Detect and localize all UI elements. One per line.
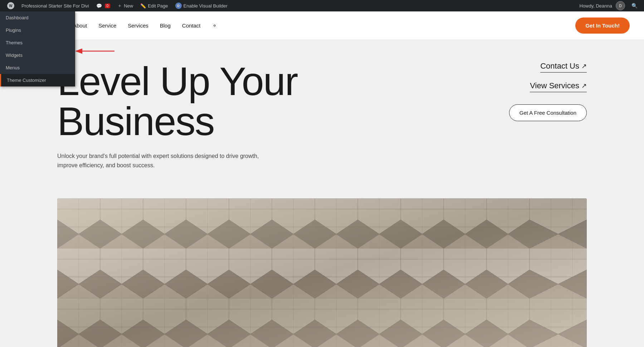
- dropdown-widgets[interactable]: Widgets: [0, 49, 75, 61]
- admin-bar-right: Howdy, Deanna D 🔍: [576, 0, 640, 11]
- building-facade-svg: [57, 198, 587, 347]
- wp-logo-item[interactable]: W: [4, 0, 18, 11]
- hero-title-line1: Level Up Your: [57, 59, 297, 104]
- hero-subtitle: Unlock your brand's full potential with …: [57, 152, 272, 170]
- view-services-arrow-icon: ↗: [581, 82, 587, 90]
- dropdown-themes[interactable]: Themes: [0, 36, 75, 49]
- edit-page-item[interactable]: ✏️ Edit Page: [137, 0, 171, 11]
- new-label: New: [124, 3, 133, 9]
- dropdown-menus[interactable]: Menus: [0, 61, 75, 74]
- nav-service[interactable]: Service: [98, 23, 116, 29]
- dropdown-menu: Dashboard Plugins Themes Widgets Menus T…: [0, 11, 75, 86]
- avatar: D: [616, 1, 625, 10]
- dropdown-dashboard[interactable]: Dashboard: [0, 11, 75, 24]
- site-title-label: Professional Starter Site For Divi: [21, 3, 89, 9]
- wp-admin-bar: W Professional Starter Site For Divi 💬 0…: [0, 0, 644, 11]
- edit-page-label: Edit Page: [148, 3, 168, 9]
- nav-services[interactable]: Services: [128, 23, 148, 29]
- nav-blog[interactable]: Blog: [160, 23, 171, 29]
- arrow-annotation: [75, 46, 118, 58]
- visual-builder-label: Enable Visual Builder: [184, 3, 228, 9]
- view-services-link[interactable]: View Services ↗: [530, 81, 587, 92]
- divi-icon: D: [175, 3, 182, 9]
- dropdown-plugins[interactable]: Plugins: [0, 24, 75, 36]
- consultation-button[interactable]: Get A Free Consultation: [509, 104, 587, 121]
- svg-rect-108: [57, 198, 587, 347]
- view-services-label: View Services: [530, 81, 579, 90]
- hero-title-line2: Business: [57, 99, 214, 144]
- edit-icon: ✏️: [140, 3, 146, 9]
- contact-us-arrow-icon: ↗: [581, 62, 587, 70]
- contact-us-label: Contact Us: [540, 61, 579, 71]
- wp-logo-icon: W: [7, 2, 14, 9]
- comments-item[interactable]: 💬 0: [93, 0, 114, 11]
- plus-icon: ＋: [117, 3, 122, 9]
- visual-builder-item[interactable]: D Enable Visual Builder: [172, 0, 231, 11]
- site-title-item[interactable]: Professional Starter Site For Divi: [18, 0, 93, 11]
- nav-cta-button[interactable]: Get In Touch!: [575, 18, 630, 34]
- hero-title: Level Up Your Business: [57, 61, 336, 142]
- admin-search-icon[interactable]: 🔍: [629, 3, 640, 9]
- hero-right-links: Contact Us ↗ View Services ↗ Get A Free …: [509, 61, 587, 121]
- building-image: [57, 198, 587, 347]
- dropdown-theme-customizer[interactable]: Theme Customizer: [0, 74, 75, 86]
- new-item[interactable]: ＋ New: [114, 0, 137, 11]
- comment-icon: 💬: [96, 3, 102, 9]
- site-nav: Home About Service Services Blog Contact…: [47, 22, 575, 29]
- comment-count: 0: [105, 4, 111, 8]
- main-content: Level Up Your Business Unlock your brand…: [0, 40, 644, 198]
- howdy-item[interactable]: Howdy, Deanna D: [576, 0, 629, 11]
- howdy-label: Howdy, Deanna: [579, 3, 612, 9]
- site-header: D Home About Service Services Blog Conta…: [0, 11, 644, 40]
- contact-us-link[interactable]: Contact Us ↗: [540, 61, 587, 73]
- nav-search-icon[interactable]: ⚬: [212, 22, 217, 29]
- nav-contact[interactable]: Contact: [182, 23, 201, 29]
